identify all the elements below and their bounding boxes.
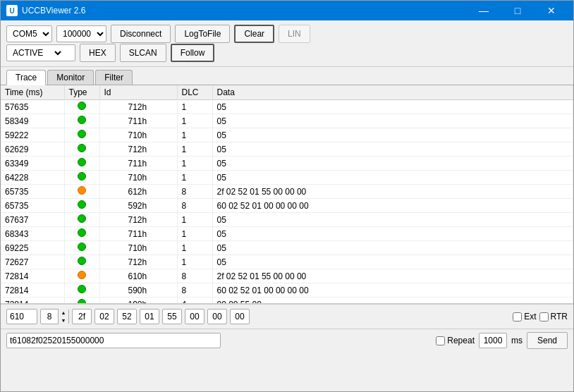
repeat-checkbox-group: Repeat [436,336,475,345]
table-row: 72627712h105 [1,255,573,269]
table-row: 72814590h860 02 52 01 00 00 00 00 [1,283,573,298]
cell-time: 58349 [1,114,64,128]
com-port-select-wrapper: COM5COM3COM4 [6,25,52,42]
cell-data: 05 [212,142,573,157]
table-row: 57635712h105 [1,100,573,114]
orange-dot-icon [78,271,86,279]
dlc-down-button[interactable]: ▼ [59,317,68,324]
cell-dlc: 1 [177,227,212,241]
green-dot-icon [78,172,86,180]
cell-data: 05 [212,128,573,142]
cell-id: 712h [99,213,177,227]
cell-dlc: 1 [177,213,212,227]
baud-rate-select[interactable]: 1000009600115200 [57,26,106,42]
cell-id: 712h [99,255,177,269]
cell-type [64,128,99,142]
byte2-input[interactable] [117,309,137,324]
cell-time: 63349 [1,157,64,171]
cell-data: 05 [212,227,573,241]
tab-trace[interactable]: Trace [6,70,46,85]
cell-type [64,114,99,128]
green-dot-icon [78,130,86,138]
cell-id: 711h [99,227,177,241]
cell-time: 62629 [1,142,64,157]
cell-type [64,227,99,241]
close-button[interactable]: ✕ [535,1,568,20]
cell-id: 590h [99,283,177,298]
table-row: 65735592h860 02 52 01 00 00 00 00 [1,199,573,213]
cell-time: 72627 [1,255,64,269]
disconnect-button[interactable]: Disconnect [111,25,171,43]
cell-dlc: 1 [177,241,212,255]
cell-type [64,199,99,213]
table-row: 68343711h105 [1,227,573,241]
table-row: 62629712h105 [1,142,573,157]
rtr-checkbox[interactable] [539,312,549,321]
tab-filter[interactable]: Filter [95,70,133,85]
slcan-button[interactable]: SLCAN [120,44,166,62]
cell-id: 712h [99,142,177,157]
cell-time: 57635 [1,100,64,114]
green-dot-icon [78,158,86,166]
dlc-input[interactable] [41,310,58,324]
send-button[interactable]: Send [527,332,568,349]
ms-input[interactable] [479,333,507,348]
com-port-select[interactable]: COM5COM3COM4 [7,26,51,42]
byte1-input[interactable] [94,309,114,324]
tabs-bar: Trace Monitor Filter [1,67,573,85]
cell-data: 05 [212,241,573,255]
cell-dlc: 1 [177,142,212,157]
cell-time: 72814 [1,298,64,305]
bottom-bar: ▲ ▼ Ext RTR [1,304,573,329]
cell-time: 65735 [1,199,64,213]
cell-dlc: 1 [177,128,212,142]
clear-button[interactable]: Clear [234,25,274,43]
table-row: 59222710h105 [1,128,573,142]
green-dot-icon [78,200,86,209]
table-row: 63349711h105 [1,157,573,171]
byte0-input[interactable] [72,309,92,324]
byte4-input[interactable] [162,309,182,324]
cell-type [64,185,99,199]
dlc-spin-group: ▲ ▼ [40,309,69,324]
id-input[interactable] [6,309,37,324]
cell-data: 05 [212,114,573,128]
cell-time: 72814 [1,283,64,298]
dlc-up-button[interactable]: ▲ [59,309,68,317]
cell-type [64,100,99,114]
cell-data: 05 [212,255,573,269]
cell-type [64,255,99,269]
table-row: 69225710h105 [1,241,573,255]
cell-time: 59222 [1,128,64,142]
cmd-input[interactable] [6,333,221,348]
byte7-input[interactable] [230,309,250,324]
cell-dlc: 8 [177,185,212,199]
cell-dlc: 1 [177,100,212,114]
cell-id: 710h [99,241,177,255]
active-select[interactable]: ACTIVE [7,45,63,61]
cell-dlc: 8 [177,269,212,283]
cell-time: 72814 [1,269,64,283]
green-dot-icon [78,214,86,223]
ms-label: ms [511,336,523,345]
active-select-wrapper: ACTIVE [6,44,75,61]
trace-table-container[interactable]: Time (ms) Type Id DLC Data 57635712h1055… [1,85,573,304]
col-data: Data [212,85,573,100]
hex-button[interactable]: HEX [80,44,116,62]
tab-monitor[interactable]: Monitor [47,70,94,85]
byte3-input[interactable] [140,309,159,324]
ext-checkbox[interactable] [513,312,522,321]
byte5-input[interactable] [185,309,204,324]
maximize-button[interactable]: □ [501,1,534,20]
cell-id: 610h [99,269,177,283]
minimize-button[interactable]: — [468,1,500,20]
follow-button[interactable]: Follow [171,44,215,62]
repeat-checkbox[interactable] [436,336,445,345]
green-dot-icon [78,299,86,304]
byte6-input[interactable] [207,309,227,324]
table-row: 72814190h400 00 55 00 [1,298,573,305]
green-dot-icon [78,144,86,152]
log-to-file-button[interactable]: LogToFile [175,25,230,43]
cell-time: 69225 [1,241,64,255]
table-row: 58349711h105 [1,114,573,128]
